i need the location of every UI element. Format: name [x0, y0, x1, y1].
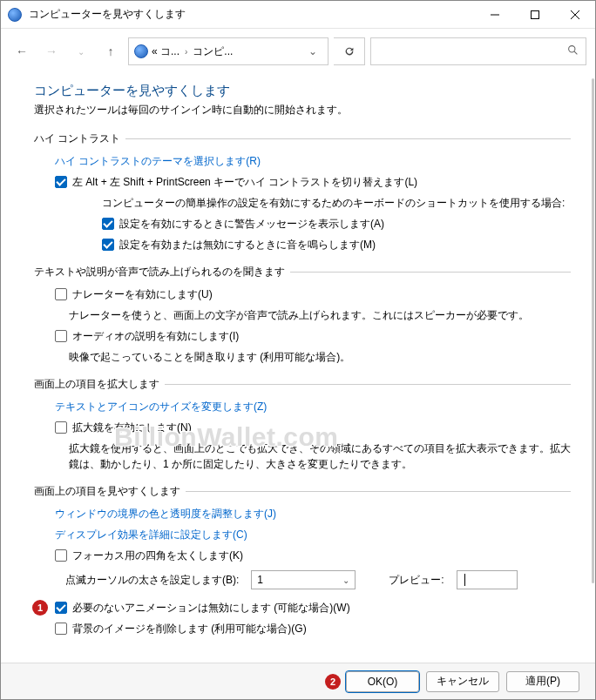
address-bar[interactable]: « コ... › コンピ... ⌄	[128, 37, 328, 65]
address-dropdown[interactable]: ⌄	[303, 45, 322, 57]
page-subtitle: 選択されたツールは毎回のサインイン時に自動的に開始されます。	[34, 103, 571, 118]
link-display-effects[interactable]: ディスプレイ効果を詳細に設定します(C)	[55, 527, 247, 542]
checkbox-magnifier[interactable]	[55, 421, 67, 434]
cancel-button[interactable]: キャンセル	[426, 671, 499, 692]
up-button[interactable]: ↑	[98, 39, 123, 64]
apply-button[interactable]: 適用(P)	[506, 671, 579, 692]
desc-magnifier: 拡大鏡を使用すると、画面上のどこでも拡大でき、その領域にあるすべての項目を拡大表…	[69, 441, 571, 472]
checkbox-audio-desc[interactable]	[55, 330, 67, 342]
link-window-border[interactable]: ウィンドウの境界の色と透明度を調整します(J)	[55, 506, 276, 522]
forward-button[interactable]: →	[39, 39, 64, 64]
checkbox-disable-animations[interactable]	[55, 602, 67, 614]
refresh-button[interactable]	[334, 37, 365, 65]
checkbox-toggle-high-contrast[interactable]	[55, 176, 67, 188]
label-magnifier: 拡大鏡を有効にします(N)	[72, 420, 192, 435]
chevron-right-icon[interactable]: ›	[183, 47, 189, 57]
annotation-1: 1	[32, 600, 48, 616]
titlebar: コンピューターを見やすくします	[1, 1, 595, 29]
minimize-button[interactable]	[475, 1, 515, 28]
select-cursor-width[interactable]: 1 ⌄	[251, 570, 356, 589]
checkbox-play-sound[interactable]	[102, 239, 114, 251]
svg-point-4	[569, 46, 575, 52]
address-seg-2[interactable]: コンピ...	[193, 44, 233, 59]
svg-rect-1	[532, 10, 539, 18]
label-warn-message: 設定を有効にするときに警告メッセージを表示します(A)	[119, 216, 384, 232]
navbar: ← → ⌄ ↑ « コ... › コンピ... ⌄	[1, 29, 595, 74]
label-preview: プレビュー:	[389, 573, 444, 588]
chevron-down-icon: ⌄	[342, 575, 349, 585]
address-seg-1[interactable]: « コ...	[152, 44, 179, 59]
checkbox-warn-message[interactable]	[102, 218, 114, 230]
link-text-icon-size[interactable]: テキストとアイコンのサイズを変更します(Z)	[55, 399, 267, 414]
checkbox-remove-background[interactable]	[55, 623, 67, 635]
shortcut-note: コンピューターの簡単操作の設定を有効にするためのキーボードのショートカットを使用…	[102, 195, 565, 211]
address-icon	[134, 44, 148, 58]
recent-dropdown[interactable]: ⌄	[69, 39, 93, 64]
section-high-contrast: ハイ コントラスト	[34, 131, 571, 146]
scrollbar-thumb[interactable]	[592, 78, 594, 583]
caret-icon	[464, 574, 465, 586]
svg-line-5	[574, 51, 577, 54]
ok-button[interactable]: OK(O)	[346, 671, 419, 692]
label-disable-animations: 必要のないアニメーションは無効にします (可能な場合)(W)	[72, 600, 350, 616]
app-icon	[8, 8, 22, 22]
link-high-contrast-theme[interactable]: ハイ コントラストのテーマを選択します(R)	[55, 153, 261, 169]
desc-audio: 映像で起こっていることを聞き取ります (利用可能な場合)。	[69, 349, 571, 365]
section-enlarge: 画面上の項目を拡大します	[34, 377, 571, 392]
desc-narrator: ナレーターを使うと、画面上の文字が音声で読み上げられます。これにはスピーカーが必…	[69, 307, 571, 323]
search-icon[interactable]	[567, 44, 579, 58]
checkbox-narrator[interactable]	[55, 288, 67, 300]
label-audio-desc: オーディオの説明を有効にします(I)	[72, 328, 239, 344]
page-title: コンピューターを見やすくします	[34, 83, 571, 99]
section-narrator: テキストや説明が音声で読み上げられるのを聞きます	[34, 265, 571, 279]
label-focus-rect: フォーカス用の四角を太くします(K)	[72, 548, 243, 563]
label-remove-background: 背景のイメージを削除します (利用可能な場合)(G)	[72, 621, 307, 636]
window-controls	[475, 1, 595, 28]
search-input[interactable]	[378, 45, 567, 57]
close-button[interactable]	[555, 1, 595, 28]
section-visibility: 画面上の項目を見やすくします	[34, 484, 571, 499]
checkbox-focus-rect[interactable]	[55, 549, 67, 562]
label-cursor-width: 点滅カーソルの太さを設定します(B):	[65, 573, 239, 588]
back-button[interactable]: ←	[10, 39, 34, 64]
maximize-button[interactable]	[515, 1, 555, 28]
content-panel: コンピューターを見やすくします 選択されたツールは毎回のサインイン時に自動的に開…	[1, 74, 595, 663]
footer: 2 OK(O) キャンセル 適用(P)	[1, 663, 595, 699]
window-title: コンピューターを見やすくします	[29, 7, 475, 22]
cursor-preview	[457, 570, 518, 589]
label-play-sound: 設定を有効または無効にするときに音を鳴らします(M)	[119, 237, 376, 252]
search-box[interactable]	[370, 37, 586, 65]
annotation-2: 2	[325, 674, 341, 690]
label-narrator: ナレーターを有効にします(U)	[72, 286, 213, 302]
label-toggle-high-contrast: 左 Alt + 左 Shift + PrintScreen キーでハイ コントラ…	[72, 174, 417, 190]
